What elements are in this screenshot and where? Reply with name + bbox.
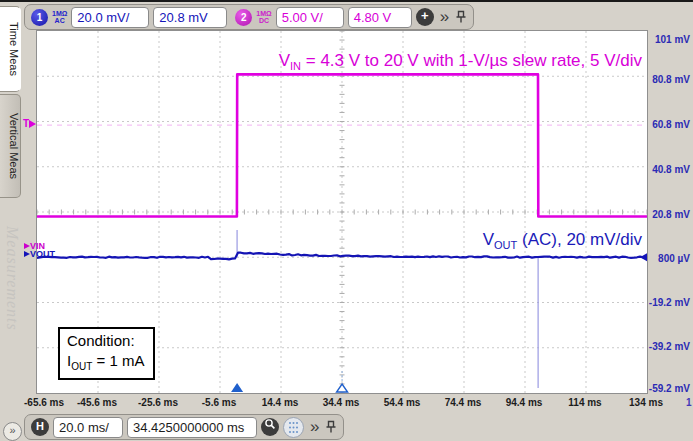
x-axis-label: 34.4 ms — [315, 397, 367, 408]
graticule[interactable]: VIN = 4.3 V to 20 V with 1-V/µs slew rat… — [36, 30, 648, 394]
more-chevron-icon[interactable]: » — [308, 417, 321, 437]
timebase-field[interactable]: 20.0 ms/ — [53, 417, 123, 438]
channel2-coupling[interactable]: 1MΩ DC — [256, 10, 271, 24]
zoom-search-button[interactable] — [261, 418, 279, 436]
measurements-watermark: Measurements — [1, 226, 21, 398]
condition-title: Condition: — [67, 331, 144, 351]
condition-box: Condition: IOUT = 1 mA — [58, 327, 155, 380]
channel2-scale-field[interactable]: 5.00 V/ — [276, 7, 344, 28]
channel-toolbar: 1 1MΩ AC 20.0 mV/ 20.8 mV 2 1MΩ DC 5.00 … — [24, 4, 474, 30]
horizontal-button[interactable]: H — [31, 418, 49, 436]
y-axis-label: 800 µV — [646, 253, 690, 264]
tab-time-meas[interactable]: Time Meas — [0, 6, 21, 92]
more-chevron-icon[interactable]: » — [438, 7, 451, 27]
pin-icon[interactable] — [455, 10, 467, 24]
channel2-coupling-mode: DC — [256, 17, 271, 24]
channel2-impedance: 1MΩ — [256, 10, 271, 17]
x-axis-label: 94.4 ms — [498, 397, 550, 408]
x-axis-label: -25.6 ms — [132, 397, 184, 408]
x-axis-label: 54.4 ms — [376, 397, 428, 408]
trigger-level-marker[interactable]: T — [23, 118, 36, 129]
horizontal-toolbar: H 20.0 ms/ 34.4250000000 ms » — [24, 414, 344, 440]
channel2-offset-field[interactable]: 4.80 V — [348, 7, 412, 28]
delay-field[interactable]: 34.4250000000 ms — [127, 417, 257, 438]
channel1-coupling-mode: AC — [52, 17, 67, 24]
vout-ground-marker[interactable]: VOUT — [24, 249, 55, 259]
vout-annotation: VOUT (AC), 20 mV/div — [483, 230, 642, 251]
y-axis-label: 80.8 mV — [646, 74, 690, 85]
y-axis-label: 20.8 mV — [646, 209, 690, 220]
x-axis-label: 74.4 ms — [437, 397, 489, 408]
condition-value: IOUT = 1 mA — [67, 351, 144, 374]
y-axis-label: 101 mV — [646, 34, 690, 45]
channel1-offset-field[interactable]: 20.8 mV — [153, 7, 227, 28]
display-dots-button[interactable] — [283, 417, 304, 438]
add-channel-button[interactable]: + — [416, 8, 434, 26]
channel1-impedance: 1MΩ — [52, 10, 67, 17]
expand-panel-button[interactable]: » — [3, 422, 22, 441]
y-axis-label: 40.8 mV — [646, 164, 690, 175]
y-axis-label: -19.2 mV — [646, 297, 690, 308]
x-axis-label: 114 ms — [559, 397, 611, 408]
channel1-button[interactable]: 1 — [31, 9, 48, 26]
pin-icon[interactable] — [325, 420, 337, 434]
x-axis-label: -45.6 ms — [71, 397, 123, 408]
x-axis-label: 14.4 ms — [254, 397, 306, 408]
channel2-button[interactable]: 2 — [235, 9, 252, 26]
channel1-coupling[interactable]: 1MΩ AC — [52, 10, 67, 24]
trigger-arrow-icon — [29, 120, 36, 128]
x-axis-label: -5.6 ms — [193, 397, 245, 408]
oscilloscope-app: Time Meas Vertical Meas Measurements » 1… — [0, 0, 693, 441]
y-axis-label: 60.8 mV — [646, 119, 690, 130]
dotted-columns-icon — [288, 421, 299, 434]
y-axis-label: -59.2 mV — [646, 383, 690, 394]
y-axis-label: -39.2 mV — [646, 341, 690, 352]
tab-vertical-meas[interactable]: Vertical Meas — [0, 94, 21, 198]
x-axis-label: 134 ms — [620, 397, 672, 408]
x-axis-label: -65.6 ms — [18, 397, 70, 408]
x-axis-label-clipped: 1 — [686, 397, 692, 408]
vin-annotation: VIN = 4.3 V to 20 V with 1-V/µs slew rat… — [279, 51, 642, 72]
channel1-scale-field[interactable]: 20.0 mV/ — [71, 7, 149, 28]
